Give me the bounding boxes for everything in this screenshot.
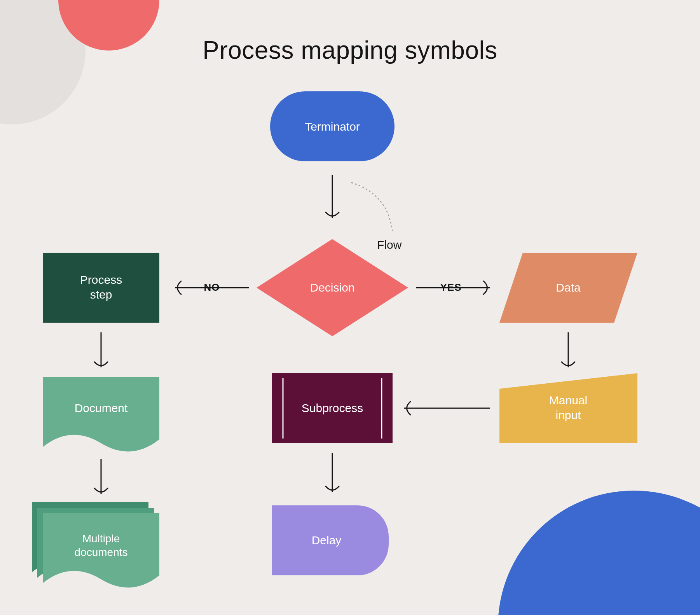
- arrow-subprocess-delay: [326, 453, 339, 492]
- arrow-data-manual: [562, 332, 575, 367]
- arrow-terminator-decision: [326, 175, 339, 218]
- multiple-documents-label-2: documents: [75, 546, 128, 558]
- delay-label: Delay: [312, 534, 342, 547]
- terminator-label: Terminator: [305, 120, 360, 133]
- shape-multiple-documents: Multiple documents: [32, 502, 159, 587]
- document-label: Document: [75, 402, 128, 414]
- flow-label: Flow: [377, 238, 402, 251]
- process-step-label-2: step: [90, 288, 112, 301]
- process-step-label-1: Process: [80, 273, 122, 286]
- shape-data: Data: [499, 253, 637, 323]
- arrow-document-multiple: [94, 459, 108, 494]
- arrow-manual-subprocess: [404, 402, 490, 415]
- shape-document: Document: [43, 377, 159, 451]
- manual-input-label-2: input: [555, 409, 581, 421]
- arrow-decision-yes: YES: [416, 281, 490, 294]
- arrow-decision-no: NO: [175, 281, 249, 294]
- shape-manual-input: Manual input: [499, 373, 637, 443]
- subprocess-label: Subprocess: [302, 402, 363, 414]
- edge-yes-label: YES: [440, 281, 461, 293]
- multiple-documents-label-1: Multiple: [82, 533, 120, 545]
- flow-dotted-line: [352, 183, 393, 233]
- shape-decision: Decision: [257, 239, 408, 336]
- shape-subprocess: Subprocess: [272, 373, 393, 443]
- diagram-canvas: Terminator Decision Process step Data Do…: [0, 0, 700, 615]
- decision-label: Decision: [310, 281, 354, 294]
- manual-input-label-1: Manual: [549, 394, 587, 407]
- svg-rect-2: [43, 253, 159, 323]
- svg-marker-4: [499, 373, 637, 443]
- edge-no-label: NO: [204, 281, 220, 293]
- shape-terminator: Terminator: [270, 91, 395, 161]
- shape-process-step: Process step: [43, 253, 159, 323]
- shape-delay: Delay: [272, 505, 389, 575]
- arrow-process-document: [94, 332, 108, 367]
- data-label: Data: [556, 281, 581, 294]
